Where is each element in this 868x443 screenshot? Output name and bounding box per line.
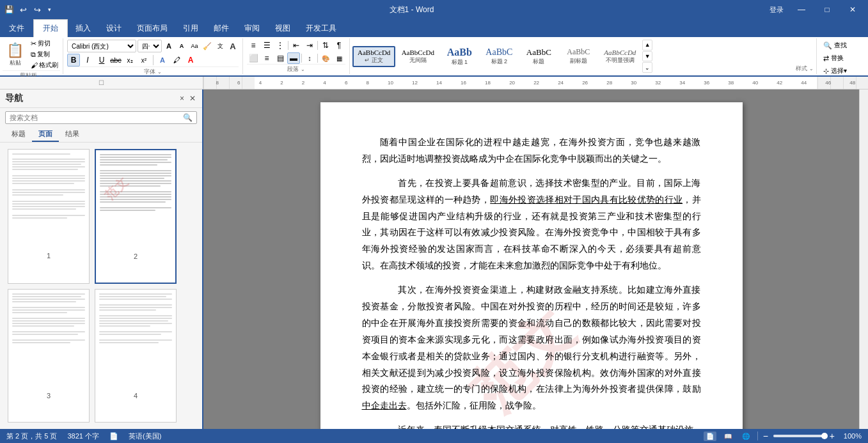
shrink-font-btn[interactable]: A: [176, 40, 187, 52]
tab-review[interactable]: 审阅: [237, 19, 267, 37]
strikethrough-btn[interactable]: abc: [109, 54, 122, 66]
tab-view[interactable]: 视图: [267, 19, 298, 37]
text-effect-btn[interactable]: A: [156, 54, 169, 66]
replace-btn[interactable]: ⇄ 替换: [821, 52, 864, 64]
styles-group: AaBbCcDd ↵ 正文 AaBbCcDd 无间隔 AaBb 标题 1 AaB…: [350, 38, 817, 74]
document-content: 随着中国企业在国际化的进程中越走越宽，在海外投资方面，竞争也越来越激烈，因此适时…: [362, 134, 701, 429]
shading-btn[interactable]: 🎨: [319, 52, 332, 64]
tab-layout[interactable]: 页面布局: [129, 19, 175, 37]
close-btn[interactable]: ✕: [840, 0, 865, 19]
page-thumb-1[interactable]: 1: [8, 149, 90, 284]
style-h2-preview: AaBbC: [485, 47, 512, 58]
word-count: 3821 个字: [67, 431, 99, 441]
style-subtle-emphasis[interactable]: AaBbCcDd 不明显强调: [599, 47, 641, 66]
save-qat-btn[interactable]: 💾: [3, 3, 15, 16]
zoom-in-btn[interactable]: +: [830, 431, 835, 441]
numbering-btn[interactable]: ☰: [260, 40, 273, 51]
sort-btn[interactable]: ⇅: [319, 40, 332, 51]
font-size-select[interactable]: 四号: [138, 40, 162, 52]
page-num-2: 2: [134, 251, 138, 263]
zoom-slider[interactable]: [773, 435, 825, 437]
paragraph-1: 随着中国企业在国际化的进程中越走越宽，在海外投资方面，竞争也越来越激烈，因此适时…: [362, 134, 701, 167]
font-color-btn[interactable]: A: [184, 54, 197, 66]
login-btn[interactable]: 登录: [764, 5, 789, 15]
right-panel: [859, 89, 868, 429]
clear-format-btn[interactable]: 🧹: [201, 40, 213, 52]
underline-btn[interactable]: U: [95, 54, 108, 66]
zoom-out-btn[interactable]: −: [763, 431, 768, 441]
nav-close-btn[interactable]: ✕: [188, 93, 197, 104]
format-paint-icon: 🖌: [31, 61, 38, 69]
cut-btn[interactable]: ✂ 剪切: [29, 38, 60, 49]
bold-btn[interactable]: B: [67, 54, 80, 66]
decrease-indent-btn[interactable]: ⇤: [290, 40, 303, 51]
align-right-btn[interactable]: ▤: [274, 52, 287, 64]
page-thumb-2[interactable]: 范文 2: [95, 149, 177, 284]
redo-qat-btn[interactable]: ↪: [31, 3, 43, 16]
paste-btn[interactable]: 📋 粘贴: [3, 38, 28, 70]
tab-file[interactable]: 文件: [0, 19, 33, 37]
nav-expand-btn[interactable]: ×: [178, 93, 185, 104]
style-title[interactable]: AaBbC 标题: [519, 45, 558, 68]
highlight-btn[interactable]: 🖍: [170, 54, 183, 66]
borders-btn[interactable]: ▦: [333, 52, 345, 64]
grow-font-btn[interactable]: A: [163, 40, 175, 52]
minimize-btn[interactable]: —: [789, 0, 814, 19]
font-group: Calibri (西文) 四号 A A Aa 🧹 文 A B I U abc x…: [63, 38, 243, 74]
find-btn[interactable]: 🔍 查找: [821, 40, 864, 51]
navigation-panel: 导航 × ✕ 🔍 标题 页面 结果: [0, 89, 203, 429]
nav-search-input[interactable]: [10, 114, 180, 121]
style-normal[interactable]: AaBbCcDd ↵ 正文: [352, 46, 395, 67]
line-spacing-btn[interactable]: ↕: [303, 52, 316, 64]
view-read-btn[interactable]: 📖: [722, 431, 734, 441]
document-page: 范文 随着中国企业在国际化的进程中越走越宽，在海外投资方面，竞争也越来越激烈，因…: [320, 102, 743, 429]
page-thumb-3[interactable]: 3: [8, 289, 90, 423]
tab-home[interactable]: 开始: [33, 19, 68, 37]
style-subtitle[interactable]: AaBbC 副标题: [559, 45, 597, 67]
superscript-btn[interactable]: x²: [138, 54, 150, 66]
view-web-btn[interactable]: 🌐: [739, 431, 752, 441]
tab-insert[interactable]: 插入: [68, 19, 99, 37]
qat-dropdown-btn[interactable]: ▾: [45, 3, 54, 16]
align-left-btn[interactable]: ⬜: [247, 52, 260, 64]
phonetic-btn[interactable]: 文: [214, 40, 226, 52]
format-paint-btn[interactable]: 🖌 格式刷: [29, 60, 60, 70]
clipboard-group: 📋 粘贴 ✂ 剪切 ⧉ 复制 🖌 格式刷: [0, 38, 63, 74]
style-heading2[interactable]: AaBbC 标题 2: [480, 45, 518, 68]
zoom-level[interactable]: 100%: [840, 432, 862, 440]
style-normal-label: ↵ 正文: [365, 56, 383, 65]
tab-references[interactable]: 引用: [175, 19, 206, 37]
multilevel-btn[interactable]: ⋮: [274, 40, 287, 51]
tab-mailings[interactable]: 邮件: [206, 19, 237, 37]
font-color-a-btn[interactable]: A: [227, 40, 239, 52]
italic-btn[interactable]: I: [81, 54, 94, 66]
style-heading1[interactable]: AaBb 标题 1: [440, 45, 478, 68]
view-print-btn[interactable]: 📄: [704, 431, 716, 441]
quick-access-toolbar: 💾 ↩ ↪ ▾: [3, 3, 54, 16]
document-area[interactable]: 范文 随着中国企业在国际化的进程中越走越宽，在海外投资方面，竞争也越来越激烈，因…: [203, 89, 859, 429]
page-thumb-4[interactable]: 4: [95, 289, 177, 423]
style-no-spacing[interactable]: AaBbCcDd 无间隔: [397, 47, 439, 66]
page-num-4: 4: [134, 391, 138, 402]
styles-scroll-up[interactable]: ▲ ▼ ⌄: [642, 40, 652, 73]
tab-developer[interactable]: 开发工具: [298, 19, 344, 37]
change-case-btn[interactable]: Aa: [189, 40, 200, 52]
show-marks-btn[interactable]: ¶: [333, 40, 345, 51]
style-subtle-label: 不明显强调: [606, 56, 635, 65]
subscript-btn[interactable]: x₂: [123, 54, 136, 66]
style-title-preview: AaBbC: [526, 47, 551, 58]
nav-tab-pages[interactable]: 页面: [32, 127, 59, 142]
nav-tab-headings[interactable]: 标题: [5, 127, 32, 142]
copy-btn[interactable]: ⧉ 复制: [29, 49, 60, 59]
undo-qat-btn[interactable]: ↩: [17, 3, 29, 16]
restore-btn[interactable]: □: [814, 0, 840, 19]
font-name-select[interactable]: Calibri (西文): [67, 40, 136, 52]
tab-design[interactable]: 设计: [99, 19, 129, 37]
paragraph-2: 首先，在投资上要具备超前意识，选择技术密集型的产业。目前，国际上海外投资都呈现这…: [362, 175, 701, 274]
increase-indent-btn[interactable]: ⇥: [303, 40, 316, 51]
align-center-btn[interactable]: ≡: [260, 52, 273, 64]
nav-tab-results[interactable]: 结果: [59, 127, 86, 142]
justify-btn[interactable]: ▬: [287, 52, 300, 64]
select-btn[interactable]: ⊹ 选择▾: [821, 65, 864, 77]
bullets-btn[interactable]: ≡: [247, 40, 260, 51]
